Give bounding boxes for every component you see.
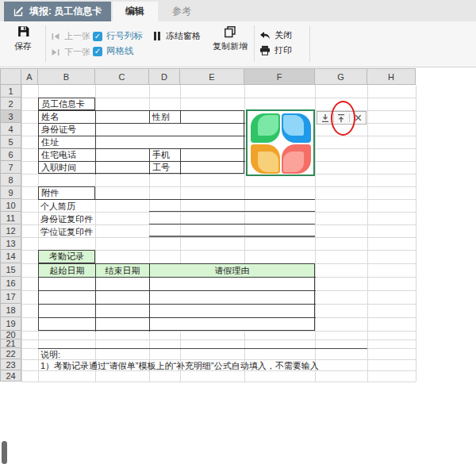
checkbox-checked-icon: ✓ [93,47,102,56]
column-header-H[interactable]: H [367,68,416,85]
signature-line[interactable] [149,236,315,237]
toolbar-separator [254,25,255,62]
column-header-G[interactable]: G [315,68,367,85]
gridline-v [416,85,416,382]
row-header-16[interactable]: 16 [0,277,21,290]
row-header-3[interactable]: 3 [0,110,21,123]
toolbar-separator [45,25,46,62]
print-button[interactable]: 打印 [259,44,292,56]
row-header-8[interactable]: 8 [0,174,21,186]
card-title-cell[interactable]: 员工信息卡 [38,98,95,110]
row-header-12[interactable]: 12 [0,224,21,237]
gridline-h [21,331,416,332]
embedded-image[interactable] [246,109,315,176]
gridline-v [244,85,245,382]
petal-green [251,113,280,143]
app-window: 填报: 员工信息卡 编辑 参考 保存 上一张 下一张 ✓ 行号列标 ✓ 网格线 … [0,0,476,464]
attachments-underline [38,199,315,200]
gridline-v [315,85,316,382]
attachments-title-cell: 附件 [38,186,95,200]
notes-label: 说明: [40,350,60,359]
row-header-18[interactable]: 18 [0,304,21,317]
attendance-header-end: 结束日期 [96,264,149,277]
row-header-9[interactable]: 9 [0,186,21,199]
copy-icon [224,25,236,38]
row-header-1[interactable]: 1 [0,85,21,98]
attendance-header-reason: 请假理由 [150,264,314,277]
attendance-header-start: 起始日期 [39,264,95,277]
signature-line[interactable] [149,224,315,224]
gridline-h [21,174,416,174]
row-header-7[interactable]: 7 [0,161,21,174]
edit-pencil-icon [13,6,24,17]
attachment-item: 学位证复印件 [40,226,93,237]
signature-line[interactable] [149,211,315,212]
gridline-h [21,339,416,340]
label-id-number: 身份证号 [41,124,76,136]
freeze-panes-icon [152,31,162,41]
row-col-headers-toggle[interactable]: ✓ 行号列标 [93,30,143,42]
close-button[interactable]: 关闭 [259,29,292,41]
row-header-22[interactable]: 22 [0,348,21,359]
row-header-19[interactable]: 19 [0,317,21,331]
gridline-v [367,85,368,382]
label-home-phone: 住宅电话 [41,149,76,161]
petal-blue [282,113,311,143]
cell-gender-input[interactable] [181,111,244,123]
petal-red [282,144,311,174]
column-header-B[interactable]: B [38,68,95,85]
column-header-C[interactable]: C [95,68,149,85]
scrollbar-thumb[interactable] [2,441,7,464]
row-header-10[interactable]: 10 [0,199,21,212]
row-header-6[interactable]: 6 [0,148,21,161]
petal-orange [251,144,280,174]
attachment-item: 身份证复印件 [40,213,93,224]
cell-mobile-input[interactable] [181,149,244,161]
attendance-table: 起始日期 结束日期 请假理由 [38,263,315,331]
checkbox-checked-icon: ✓ [93,32,102,41]
cell-name-input[interactable] [96,111,149,123]
column-header-F[interactable]: F [244,68,315,85]
notes-top-border [38,348,367,349]
row-header-2[interactable]: 2 [0,98,21,110]
row-header-5[interactable]: 5 [0,136,21,148]
back-arrow-icon [259,31,271,40]
prev-card-button[interactable]: 上一张 [51,30,90,42]
column-header-A[interactable]: A [21,68,38,85]
row-header-17[interactable]: 17 [0,290,21,304]
annotation-ellipse [331,101,355,136]
cell-employee-no-input[interactable] [181,162,244,174]
label-name: 姓名 [41,111,59,123]
label-mobile: 手机 [152,149,170,161]
row-header-21[interactable]: 21 [0,339,21,348]
freeze-panes-button[interactable]: 冻结窗格 [152,30,201,42]
cell-home-phone-input[interactable] [96,149,149,161]
save-button[interactable]: 保存 [10,25,36,52]
prev-icon [51,32,60,41]
cell-hire-date-input[interactable] [96,162,149,174]
tab-edit[interactable]: 编辑 [113,2,157,21]
save-icon [17,25,30,38]
select-all-corner[interactable] [0,68,21,85]
tab-reference[interactable]: 参考 [157,2,205,21]
row-header-23[interactable]: 23 [0,359,21,370]
gridline-h [21,382,416,382]
row-header-4[interactable]: 4 [0,123,21,136]
cell-address-input[interactable] [96,136,244,148]
row-header-24[interactable]: 24 [0,370,21,382]
row-header-11[interactable]: 11 [0,212,21,224]
gridlines-toggle[interactable]: ✓ 网格线 [93,45,134,57]
label-address: 住址 [41,136,59,148]
next-card-button[interactable]: 下一张 [51,46,90,58]
row-header-13[interactable]: 13 [0,237,21,250]
row-header-14[interactable]: 14 [0,250,21,263]
copy-new-button[interactable]: 复制新增 [209,25,251,52]
column-header-D[interactable]: D [149,68,180,85]
cell-id-number-input[interactable] [96,124,244,136]
toolbar-separator [309,25,310,62]
column-header-E[interactable]: E [180,68,244,85]
notes-line-1: 1）考勤记录通过“请假单”模板上的“补充明细”公式自动填入，不需要输入 [40,361,319,370]
row-header-15[interactable]: 15 [0,263,21,277]
next-icon [51,48,60,57]
info-table: 姓名 性别 身份证号 住址 住宅电话 手机 入职时间 工号 [38,110,244,174]
